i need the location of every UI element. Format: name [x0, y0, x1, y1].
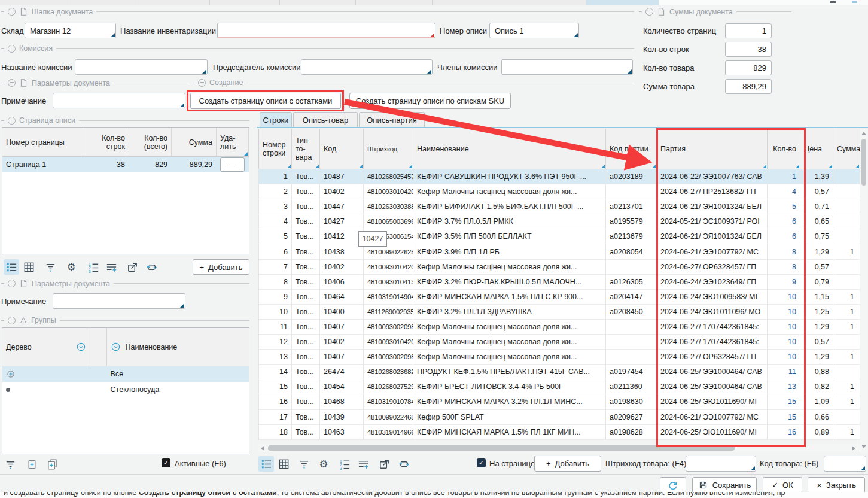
column-header[interactable]: Наименование: [413, 129, 606, 169]
on-page-checkbox[interactable]: ✓: [477, 458, 486, 467]
column-header[interactable]: Цена: [800, 129, 833, 169]
save-button[interactable]: Сохранить: [692, 477, 757, 493]
list-view-icon[interactable]: [4, 259, 19, 275]
open-external-icon[interactable]: [124, 259, 140, 275]
table-row[interactable]: 11Тов...104074810093002098Кефир Малочны …: [259, 320, 860, 335]
summary-value[interactable]: 1: [725, 23, 772, 38]
summary-value[interactable]: 829: [725, 60, 772, 75]
column-header[interactable]: Кол-во: [768, 129, 800, 169]
list-view-icon[interactable]: [258, 456, 274, 472]
column-header[interactable]: Сумма: [833, 129, 860, 169]
add-pages-icon[interactable]: [44, 457, 60, 472]
column-header[interactable]: Кол-во строк: [84, 128, 129, 156]
add-to-list-icon[interactable]: [103, 259, 119, 275]
delete-page-button[interactable]: —: [220, 157, 245, 172]
ok-button[interactable]: ✓ОК: [763, 477, 802, 493]
open-external-icon[interactable]: [376, 456, 392, 472]
table-row[interactable]: 16Тов...104684810319010784КЕФИР МИНСКАЯ …: [259, 394, 860, 409]
warehouse-input[interactable]: Магазин 12: [25, 23, 116, 38]
vertical-scroll-thumb[interactable]: [861, 139, 866, 186]
commission-name-input[interactable]: [75, 59, 208, 75]
grid-view-icon[interactable]: [21, 259, 36, 275]
column-header[interactable]: Тип то-вара: [292, 129, 320, 169]
grid-view-icon[interactable]: [276, 456, 291, 472]
tab-rows[interactable]: Строки: [260, 112, 292, 127]
expand-plus-icon[interactable]: [6, 369, 16, 379]
tab-list-goods[interactable]: Опись-товар: [293, 112, 358, 127]
column-header[interactable]: Сумма: [172, 128, 217, 156]
group-row[interactable]: Все: [2, 366, 249, 382]
active-checkbox[interactable]: ✓: [162, 458, 170, 467]
column-header-name[interactable]: Наименование: [107, 328, 249, 366]
table-row[interactable]: 3Тов...104474810263030388КЕФИР БИФИЛАКТ …: [259, 199, 860, 214]
chevron-down-circle-icon[interactable]: [76, 342, 86, 352]
gear-icon[interactable]: ⚙: [316, 456, 331, 472]
collapse-icon[interactable]: [8, 8, 16, 16]
column-header[interactable]: Уда-лить: [217, 128, 249, 156]
table-row[interactable]: 4Тов...104274810065003696КЕФИР 3.7% ПЛ.0…: [259, 214, 860, 229]
table-row[interactable]: 8Тов...104064810093010413КЕФИР 3.2% ПЮР-…: [259, 275, 860, 290]
column-header[interactable]: Код партии: [606, 129, 657, 169]
commission-members-input[interactable]: [501, 59, 633, 75]
table-row[interactable]: 12Тов...104024810093010420Кефир Малочны …: [259, 335, 860, 350]
close-button[interactable]: ×Закрыть: [808, 477, 865, 493]
add-to-list-icon[interactable]: [355, 456, 371, 472]
code-input[interactable]: [824, 456, 866, 472]
table-row[interactable]: 1Тов...104874810268025457КЕФИР САВУШКИН …: [259, 169, 860, 184]
table-row[interactable]: 10Тов...104004811269002935КЕФИР 3.2% ПЛ.…: [259, 305, 860, 320]
scroll-up-arrow[interactable]: [861, 132, 866, 135]
table-row[interactable]: 9Тов...104644810319014904КЕФИР МИНСКАЯ М…: [259, 290, 860, 305]
horizontal-scroll-thumb[interactable]: [268, 445, 735, 451]
table-row[interactable]: 17Тов...104394810099022465Кефир 500Г SPL…: [259, 410, 860, 425]
table-row[interactable]: 15Тов...104544810268027529КЕФИР БРЕСТ-ЛИ…: [259, 379, 860, 394]
filter-icon[interactable]: [42, 259, 58, 275]
collapse-icon[interactable]: [8, 45, 16, 53]
table-row[interactable]: 18Тов...104634810319014966КЕФИР МИНСКАЯ …: [259, 425, 860, 440]
table-row[interactable]: 6Тов...104384810099022625КЕФИР 3.9% П/П …: [259, 244, 860, 259]
summary-value[interactable]: 889,29: [725, 79, 772, 94]
chevron-down-circle-icon[interactable]: [111, 342, 121, 352]
barcode-input[interactable]: [686, 456, 756, 472]
refresh-button[interactable]: [660, 477, 686, 493]
horizontal-scrollbar[interactable]: [258, 444, 860, 452]
table-row[interactable]: 14Тов...264744810268023682ПРОДУКТ КЕФ.1.…: [259, 365, 860, 379]
tab-list-parties[interactable]: Опись-партия: [359, 112, 425, 127]
collapse-icon[interactable]: [8, 117, 16, 124]
collapse-icon[interactable]: [8, 79, 16, 87]
scroll-left-arrow[interactable]: [261, 446, 264, 451]
collapse-icon[interactable]: [8, 280, 16, 287]
add-page-button[interactable]: +Добавить: [193, 259, 249, 275]
add-row-button[interactable]: +Добавить: [534, 456, 601, 472]
vertical-scrollbar[interactable]: [860, 129, 867, 453]
refresh-icon[interactable]: [144, 259, 159, 275]
refresh-icon[interactable]: [396, 456, 412, 472]
table-row[interactable]: 2Тов...104024810093010420Кефир Малочны г…: [259, 184, 860, 199]
column-header[interactable]: Номер страницы: [2, 128, 84, 156]
numbered-list-icon[interactable]: [86, 259, 101, 275]
collapse-icon[interactable]: [198, 79, 206, 87]
list-number-input[interactable]: Опись 1: [489, 23, 579, 38]
table-row[interactable]: Страница 1 38 829 889,29 —: [2, 157, 249, 172]
note-input[interactable]: [53, 93, 185, 108]
scroll-right-arrow[interactable]: [852, 446, 855, 451]
create-page-with-rests-button[interactable]: Создать страницу описи с остатками: [190, 93, 341, 109]
column-header[interactable]: Номер строки: [259, 129, 292, 169]
column-header[interactable]: Код: [320, 129, 364, 169]
gear-icon[interactable]: ⚙: [63, 259, 79, 275]
create-page-by-sku-button[interactable]: Создать страницу описи по спискам SKU: [349, 93, 511, 109]
collapse-icon[interactable]: [645, 8, 653, 16]
summary-value[interactable]: 38: [725, 42, 772, 57]
scroll-down-arrow[interactable]: [861, 445, 866, 448]
table-row[interactable]: 13Тов...104074810093002098Кефир Малочны …: [259, 350, 860, 365]
filter-icon[interactable]: [2, 457, 18, 472]
note-input-2[interactable]: [53, 293, 185, 309]
filter-icon[interactable]: [296, 456, 312, 472]
numbered-list-icon[interactable]: [337, 456, 352, 472]
collapse-icon[interactable]: [8, 317, 16, 324]
group-row[interactable]: Стеклопосуда: [2, 382, 249, 397]
column-header[interactable]: Штрихкод: [364, 129, 413, 169]
column-header[interactable]: Партия: [657, 129, 768, 169]
add-page-icon[interactable]: [24, 457, 39, 472]
inventory-name-input[interactable]: [217, 23, 435, 38]
table-row[interactable]: 7Тов...104024810093010420Кефир Малочны г…: [259, 260, 860, 275]
